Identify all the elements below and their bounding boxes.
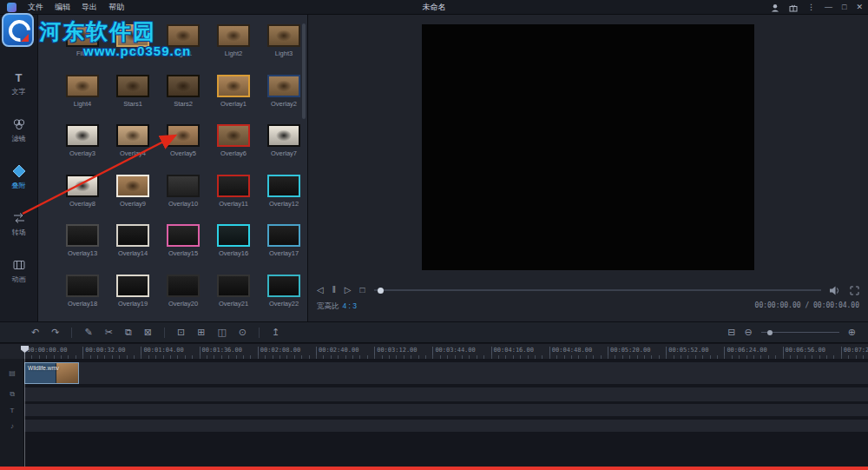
crop-icon[interactable]: ⊡ [177,328,185,337]
overlay-item[interactable]: Overlay15 [158,224,208,275]
overlay-thumbnail[interactable] [167,124,200,147]
menu-edit[interactable]: 编辑 [55,2,70,13]
overlay-track-row[interactable] [24,387,868,401]
delete-icon[interactable]: ⊠ [144,328,152,337]
menu-export[interactable]: 导出 [82,2,97,13]
overlay-item[interactable]: Overlay4 [108,124,158,175]
play-icon[interactable]: ▷ [345,286,352,295]
overlay-item[interactable]: Overlay6 [208,124,259,175]
overlay-thumbnail[interactable] [217,224,250,247]
text-track-row[interactable] [24,404,868,416]
video-track-header[interactable]: ▤ [0,362,24,384]
overlay-item[interactable]: Overlay1 [208,75,259,125]
sidebar-item-animation[interactable]: 动画 [0,258,38,284]
overlay-thumbnail[interactable] [217,175,250,197]
overlay-item[interactable]: Overlay3 [57,124,108,175]
overlay-item[interactable]: Overlay17 [259,224,308,275]
overlay-item[interactable]: Overlay21 [208,275,259,322]
text-track-header[interactable]: T [0,404,24,416]
overlay-thumbnail[interactable] [116,224,149,247]
mosaic-icon[interactable]: ⊞ [197,328,205,337]
overlay-thumbnail[interactable] [66,224,99,247]
overlay-item[interactable]: Overlay22 [259,275,308,322]
overlay-thumbnail[interactable] [116,75,149,97]
overlay-thumbnail[interactable] [116,124,149,147]
gift-icon[interactable] [789,3,798,12]
stop-icon[interactable]: □ [360,286,365,295]
overlay-item[interactable]: Overlay13 [57,224,108,275]
menu-help[interactable]: 帮助 [108,2,124,13]
video-track-row[interactable]: Wildlife.wmv [24,362,868,384]
overlay-item[interactable]: Light3 [259,24,308,75]
volume-icon[interactable] [830,286,841,295]
aspect-ratio[interactable]: 宽高比4 : 3 [317,301,357,312]
overlay-track-header[interactable]: ⧉ [0,387,24,401]
seek-bar[interactable] [374,289,821,291]
overlay-thumbnail[interactable] [167,275,200,297]
library-scrollbar[interactable] [302,23,306,119]
overlay-item[interactable]: Overlay19 [108,275,158,322]
prev-frame-icon[interactable]: ◁ [317,286,324,295]
overlay-thumbnail[interactable] [167,75,200,97]
overlay-item[interactable]: Stars2 [158,75,208,125]
overlay-thumbnail[interactable] [66,124,99,147]
redo-icon[interactable]: ↷ [51,328,59,337]
overlay-thumbnail[interactable] [267,24,300,47]
zoom-out-icon[interactable]: ⊖ [745,328,753,337]
overlay-thumbnail[interactable] [267,75,300,97]
close-button[interactable]: ✕ [856,3,863,11]
overlay-thumbnail[interactable] [66,275,99,297]
export-icon[interactable]: ↥ [272,328,279,337]
menu-file[interactable]: 文件 [28,2,43,13]
overlay-item[interactable]: Overlay20 [158,275,208,322]
attach-timeline-icon[interactable]: ⊟ [727,328,735,337]
zoom-in-icon[interactable]: ⊕ [848,328,856,337]
sidebar-item-text[interactable]: T 文字 [0,70,38,96]
fullscreen-icon[interactable] [850,286,859,295]
overlay-thumbnail[interactable] [167,175,200,197]
overlay-thumbnail[interactable] [116,175,149,197]
overlay-thumbnail[interactable] [267,175,300,197]
overlay-item[interactable]: Stars1 [108,75,158,125]
maximize-button[interactable]: □ [842,3,846,11]
audio-track-header[interactable]: ♪ [0,420,24,432]
overlay-thumbnail[interactable] [116,275,149,297]
timeline-zoom-slider[interactable] [761,332,839,333]
sidebar-item-transition[interactable]: 转场 [0,211,38,237]
duration-icon[interactable]: ⊙ [239,328,247,337]
overlay-item[interactable]: Overlay18 [57,275,108,322]
overlay-item[interactable]: Overlay2 [259,75,308,125]
sidebar-item-overlay[interactable]: 叠附 [0,164,38,190]
overlay-item[interactable]: Overlay8 [57,175,108,225]
seek-handle[interactable] [378,288,384,294]
overlay-thumbnail[interactable] [217,124,250,147]
overlay-thumbnail[interactable] [66,175,99,197]
overlay-item[interactable]: Overlay12 [259,175,308,225]
audio-track-row[interactable] [24,420,868,432]
freeze-frame-icon[interactable]: ◫ [217,328,226,337]
overlay-item[interactable]: Overlay11 [208,175,259,225]
timeline-ruler[interactable]: 00:00:00.0000:00:32.0000:01:04.0000:01:3… [0,344,868,359]
pause-icon[interactable]: ‖ [332,286,336,295]
overlay-thumbnail[interactable] [267,124,300,147]
edit-icon[interactable]: ✎ [84,328,92,337]
split-icon[interactable]: ✂ [105,328,113,337]
more-menu-icon[interactable]: ⋮ [807,3,815,11]
minimize-button[interactable]: — [825,3,832,11]
overlay-thumbnail[interactable] [267,275,300,297]
video-viewport[interactable] [422,24,754,270]
playhead[interactable] [24,346,25,467]
overlay-item[interactable]: Overlay16 [208,224,259,275]
overlay-item[interactable]: Light2 [208,24,259,75]
overlay-item[interactable]: Overlay5 [158,124,208,175]
overlay-thumbnail[interactable] [267,224,300,247]
sidebar-item-filter[interactable]: 滤镜 [0,117,38,143]
timeline-clip[interactable]: Wildlife.wmv [24,362,79,384]
overlay-item[interactable]: Light4 [57,75,108,125]
overlay-item[interactable]: Overlay7 [259,124,308,175]
overlay-item[interactable]: Overlay9 [108,175,158,225]
overlay-item[interactable]: Overlay10 [158,175,208,225]
overlay-thumbnail[interactable] [217,75,250,97]
overlay-thumbnail[interactable] [217,24,250,47]
zoom-slider-handle[interactable] [767,330,773,335]
